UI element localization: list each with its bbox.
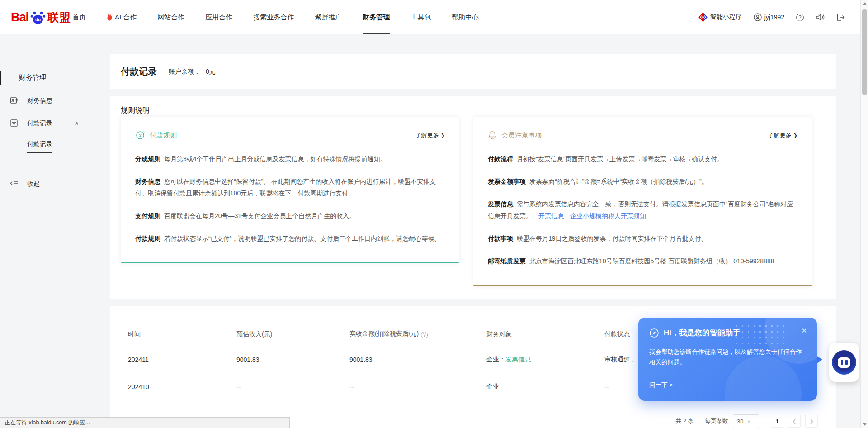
rules-section-title: 规则说明 xyxy=(121,106,150,115)
sidebar-item-finance-info[interactable]: 财务信息 xyxy=(0,93,110,109)
payment-rules-more-link[interactable]: 了解更多 ❯ xyxy=(415,131,445,139)
browser-status-bar: 正在等待 xlab.baidu.com 的响应... xyxy=(0,417,290,428)
top-navigation-bar: Bai du 联盟 首页 AI 合作 网站合作 应用合作 搜索业务合作 聚屏推广… xyxy=(0,0,860,34)
scroll-up-arrow[interactable] xyxy=(863,2,867,5)
nav-help-center[interactable]: 帮助中心 xyxy=(452,0,479,34)
nav-home[interactable]: 首页 xyxy=(72,0,86,34)
col-finance-target: 财务对象 xyxy=(486,330,604,338)
nav-toolkit[interactable]: 工具包 xyxy=(410,0,431,34)
svg-text:¥: ¥ xyxy=(138,133,142,138)
nav-search-business[interactable]: 搜索业务合作 xyxy=(253,0,294,34)
coin-icon: ¥ xyxy=(135,130,145,140)
per-page-select[interactable]: 30 ∨ xyxy=(733,414,759,428)
robot-face-icon xyxy=(832,350,856,375)
user-icon xyxy=(754,13,762,21)
member-notes-title: 会员注意事项 xyxy=(501,131,542,140)
member-notes-more-link[interactable]: 了解更多 ❯ xyxy=(768,131,797,139)
member-notes-card: 会员注意事项 了解更多 ❯ 付款流程月初按“发票信息”页面开具发票→上传发票→邮… xyxy=(473,117,812,286)
nav-website-cooperation[interactable]: 网站合作 xyxy=(157,0,184,34)
payment-rules-card: ¥ 付款规则 了解更多 ❯ 分成规则每月第3或4个工作日产出上月分成信息及发票信… xyxy=(121,117,459,263)
cell-estimated: 9001.83 xyxy=(236,356,349,363)
prev-page-button[interactable]: ❮ xyxy=(788,415,801,428)
assistant-popup: Hi，我是您的智能助手 ✕ 我会帮助您诊断合作链路问题，以及解答您关于任何合作相… xyxy=(638,318,817,401)
invoice-info-link[interactable]: 开票信息 xyxy=(538,212,564,219)
assistant-title: Hi，我是您的智能助手 xyxy=(664,328,741,338)
rule-item: 支付规则百度联盟会在每月20号—31号支付企业会员上个自然月产生的收入。 xyxy=(135,210,445,222)
balance-label: 账户余额： xyxy=(169,68,200,75)
sound-button[interactable] xyxy=(816,13,825,21)
member-notes-header: 会员注意事项 了解更多 ❯ xyxy=(488,130,797,140)
page-title: 付款记录 xyxy=(121,66,157,78)
rules-section-card: 规则说明 ¥ 付款规则 了解更多 ❯ 分成规则每月第3或4个工作日产出上月分成信… xyxy=(110,96,836,299)
rule-item: 财务信息您可以在财务信息中选择“保留付款”。 在此期间您产生的收入将在账户内进行… xyxy=(135,176,445,199)
chevron-down-icon: ∨ xyxy=(747,419,750,424)
assistant-avatar-button[interactable] xyxy=(829,343,859,382)
rule-item: 付款流程月初按“发票信息”页面开具发票→上传发票→邮寄发票→审核→确认支付。 xyxy=(488,153,797,165)
rule-item: 发票信息需与系统内发票信息内容完全一致，否则无法支付。请根据发票信息页面中“百度… xyxy=(488,198,797,222)
payment-rules-header: ¥ 付款规则 了解更多 ❯ xyxy=(135,130,445,140)
per-page-label: 每页条数 xyxy=(705,417,728,425)
balance-value: 0元 xyxy=(206,68,216,75)
next-page-button[interactable]: ❯ xyxy=(805,415,818,428)
ask-now-link[interactable]: 问一下 > xyxy=(649,381,673,389)
payment-rules-title: 付款规则 xyxy=(150,131,177,140)
chevron-right-icon: ❯ xyxy=(793,133,797,138)
speaker-icon xyxy=(816,13,825,21)
col-estimated-income: 预估收入(元) xyxy=(236,330,349,338)
user-account[interactable]: jyj1992 xyxy=(754,13,784,21)
bell-icon xyxy=(488,130,497,140)
flame-icon xyxy=(107,14,113,21)
cell-time: 202410 xyxy=(128,383,236,390)
popup-pointer-arrow xyxy=(816,356,822,364)
nav-finance-management[interactable]: 财务管理 xyxy=(363,0,390,34)
svg-text:du: du xyxy=(35,17,41,22)
invoice-info-table-link[interactable]: 发票信息 xyxy=(505,356,531,363)
receipt-badge-icon xyxy=(10,119,18,127)
logo-text-bai: Bai xyxy=(11,10,28,24)
rule-item: 分成规则每月第3或4个工作日产出上月分成信息及发票信息，如有特殊情况将提前通知。 xyxy=(135,153,445,165)
rule-item: 发票金额事项发票票面“价税合计”金额=系统中“实收金额（扣除税费后/元）”。 xyxy=(488,176,797,187)
sidebar-divider xyxy=(0,171,98,171)
chevron-right-icon: ❯ xyxy=(441,133,445,138)
sidebar-collapse-button[interactable]: 收起 xyxy=(0,177,98,191)
vertical-scrollbar[interactable] xyxy=(860,0,868,428)
logout-button[interactable] xyxy=(836,13,845,21)
nav-screen-promotion[interactable]: 聚屏推广 xyxy=(315,0,342,34)
sidebar-item-payment-records[interactable]: 付款记录 ∧ xyxy=(0,116,110,131)
rule-item: 付款规则若付款状态显示“已支付”，说明联盟已安排了您的付款。支付后三个工作日内到… xyxy=(135,233,445,244)
help-icon: ? xyxy=(796,14,804,21)
cell-estimated: -- xyxy=(236,383,349,390)
total-count: 共 2 条 xyxy=(676,417,694,425)
baidu-union-logo[interactable]: Bai du 联盟 xyxy=(11,0,71,34)
close-icon[interactable]: ✕ xyxy=(801,327,807,335)
sidebar-subitem-payment-records-active[interactable]: 付款记录 xyxy=(27,140,52,153)
top-right-actions: 智能小程序 jyj1992 ? xyxy=(698,0,845,34)
chevron-up-icon[interactable]: ∧ xyxy=(75,120,79,126)
popup-decoration-dots xyxy=(734,323,788,347)
mini-program-icon xyxy=(698,13,708,22)
nav-app-cooperation[interactable]: 应用合作 xyxy=(205,0,232,34)
rule-item: 邮寄纸质发票北京市海淀区西北旺东路10号院百度科技园5号楼 百度联盟财务组（收）… xyxy=(488,255,797,267)
main-nav: 首页 AI 合作 网站合作 应用合作 搜索业务合作 聚屏推广 财务管理 工具包 … xyxy=(72,0,500,34)
small-taxpayer-guide-link[interactable]: 企业小规模纳税人开票须知 xyxy=(570,212,646,219)
nav-ai-cooperation[interactable]: AI 合作 xyxy=(107,0,137,34)
cell-target: 企业 xyxy=(486,383,604,391)
help-icon[interactable]: ? xyxy=(421,332,428,338)
assistant-message: 我会帮助您诊断合作链路问题，以及解答您关于任何合作相关的问题。 xyxy=(649,347,805,367)
rule-item: 付款事项联盟在每月19日之后签收的发票，付款时间安排在下个月首批支付。 xyxy=(488,233,797,244)
collapse-icon xyxy=(10,180,19,187)
page-header-card: 付款记录 账户余额： 0元 xyxy=(110,54,836,89)
col-actual-amount: 实收金额(扣除税费后/元)? xyxy=(349,330,486,338)
scrollbar-thumb[interactable] xyxy=(862,9,867,95)
assistant-popup-header: Hi，我是您的智能助手 xyxy=(649,328,741,338)
help-button[interactable]: ? xyxy=(796,14,804,21)
sidebar-section-finance[interactable]: 财务管理 xyxy=(0,71,110,85)
page: { "header": { "logo": { "bai": "Bai", "d… xyxy=(0,0,868,428)
scroll-down-arrow[interactable] xyxy=(863,423,867,426)
page-number-button[interactable]: 1 xyxy=(771,415,783,428)
cell-actual: -- xyxy=(349,383,486,390)
mini-program-link[interactable]: 智能小程序 xyxy=(698,13,742,22)
cell-actual: 9001.83 xyxy=(349,356,486,363)
col-time: 时间 xyxy=(128,330,236,338)
logo-text-union: 联盟 xyxy=(47,10,71,25)
